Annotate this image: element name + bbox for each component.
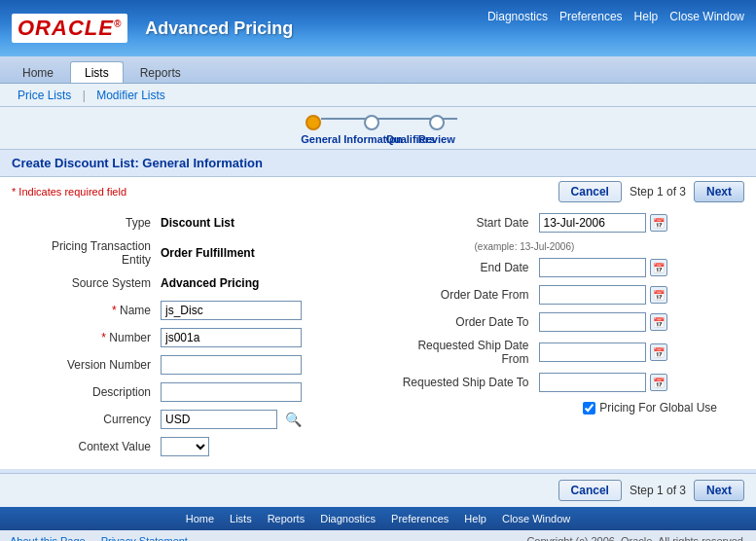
name-label: Name bbox=[19, 304, 161, 317]
cancel-button-bottom[interactable]: Cancel bbox=[558, 480, 622, 501]
top-action-bar: Cancel Step 1 of 3 Next bbox=[558, 181, 744, 202]
form-left: Type Discount List Pricing Transaction E… bbox=[0, 212, 378, 463]
currency-search-icon[interactable]: 🔍 bbox=[283, 410, 303, 429]
pricing-entity-label: Pricing Transaction Entity bbox=[19, 239, 161, 267]
req-ship-to-label: Requested Ship Date To bbox=[398, 376, 539, 389]
end-date-cal-icon[interactable]: 📅 bbox=[650, 259, 667, 276]
next-button-top[interactable]: Next bbox=[694, 181, 744, 202]
oracle-logo: ORACLE® bbox=[12, 14, 127, 43]
wizard-step-3: Review bbox=[418, 115, 455, 145]
order-date-to-row: Order Date To 📅 bbox=[398, 311, 738, 333]
pricing-global-row: Pricing For Global Use bbox=[398, 401, 738, 415]
order-date-to-cal-icon[interactable]: 📅 bbox=[650, 313, 667, 331]
req-ship-from-row: Requested Ship Date From 📅 bbox=[398, 339, 738, 366]
step-text-top: Step 1 of 3 bbox=[630, 185, 686, 198]
sub-nav: Price Lists | Modifier Lists bbox=[0, 84, 756, 107]
start-date-row: Start Date 📅 bbox=[398, 212, 738, 234]
version-row: Version Number bbox=[19, 354, 359, 376]
number-input[interactable] bbox=[161, 328, 302, 347]
about-page-link[interactable]: About this Page bbox=[10, 535, 86, 541]
tab-reports[interactable]: Reports bbox=[126, 61, 196, 83]
footer-home-link[interactable]: Home bbox=[186, 513, 214, 524]
privacy-statement-link[interactable]: Privacy Statement bbox=[101, 535, 188, 541]
help-link[interactable]: Help bbox=[634, 10, 659, 23]
start-date-cal-icon[interactable]: 📅 bbox=[650, 214, 667, 232]
footer-diagnostics-link[interactable]: Diagnostics bbox=[320, 513, 376, 524]
footer-preferences-link[interactable]: Preferences bbox=[391, 513, 449, 524]
tab-lists[interactable]: Lists bbox=[70, 61, 124, 83]
end-date-row: End Date 📅 bbox=[398, 257, 738, 278]
context-row: Context Value bbox=[19, 436, 359, 457]
req-ship-from-cal-icon[interactable]: 📅 bbox=[650, 343, 667, 361]
wizard-circle-2 bbox=[364, 115, 379, 130]
end-date-label: End Date bbox=[398, 261, 539, 274]
currency-input[interactable] bbox=[161, 410, 277, 429]
version-input[interactable] bbox=[161, 355, 302, 375]
order-date-from-input[interactable] bbox=[539, 285, 646, 305]
pricing-global-checkbox[interactable] bbox=[583, 402, 595, 415]
step-text-bottom: Step 1 of 3 bbox=[630, 484, 686, 497]
next-button-bottom[interactable]: Next bbox=[694, 480, 744, 501]
order-date-from-label: Order Date From bbox=[398, 288, 539, 302]
wizard-circle-1 bbox=[306, 115, 321, 130]
wizard-circle-3 bbox=[429, 115, 445, 130]
order-date-to-label: Order Date To bbox=[398, 315, 539, 329]
date-example: (example: 13-Jul-2006) bbox=[475, 241, 575, 252]
sub-nav-separator: | bbox=[79, 89, 89, 102]
tab-home[interactable]: Home bbox=[8, 61, 68, 83]
footer-lists-link[interactable]: Lists bbox=[230, 513, 252, 524]
form-right: Start Date 📅 (example: 13-Jul-2006) End … bbox=[378, 212, 757, 463]
type-row: Type Discount List bbox=[19, 212, 359, 234]
currency-label: Currency bbox=[19, 413, 161, 426]
currency-row: Currency 🔍 bbox=[19, 409, 359, 430]
order-date-to-input[interactable] bbox=[539, 312, 646, 332]
source-system-label: Source System bbox=[19, 276, 161, 290]
bottom-action-bar: Cancel Step 1 of 3 Next bbox=[0, 473, 756, 507]
sub-nav-price-lists[interactable]: Price Lists bbox=[10, 89, 79, 102]
preferences-link[interactable]: Preferences bbox=[559, 10, 623, 23]
pricing-entity-row: Pricing Transaction Entity Order Fulfill… bbox=[19, 239, 359, 267]
context-select[interactable] bbox=[161, 437, 209, 456]
start-date-input[interactable] bbox=[539, 213, 646, 233]
header: ORACLE® Advanced Pricing Diagnostics Pre… bbox=[0, 0, 756, 56]
footer-reports-link[interactable]: Reports bbox=[268, 513, 306, 524]
wizard-steps: General Information Qualifiers Review bbox=[301, 115, 454, 145]
start-date-label: Start Date bbox=[398, 216, 539, 230]
footer-help-link[interactable]: Help bbox=[464, 513, 486, 524]
number-row: Number bbox=[19, 327, 359, 348]
main-content: Create Discount List: General Informatio… bbox=[0, 150, 756, 469]
tab-bar: Home Lists Reports bbox=[0, 56, 756, 84]
app-title: Advanced Pricing bbox=[145, 18, 293, 39]
description-row: Description bbox=[19, 381, 359, 403]
req-ship-to-row: Requested Ship Date To 📅 bbox=[398, 372, 738, 393]
req-ship-from-input[interactable] bbox=[539, 343, 646, 362]
sub-nav-modifier-lists[interactable]: Modifier Lists bbox=[89, 89, 173, 102]
source-system-row: Source System Advanced Pricing bbox=[19, 272, 359, 294]
cancel-button-top[interactable]: Cancel bbox=[558, 181, 622, 202]
pricing-entity-value: Order Fulfillment bbox=[161, 246, 255, 260]
section-title: Create Discount List: General Informatio… bbox=[0, 150, 756, 177]
diagnostics-link[interactable]: Diagnostics bbox=[487, 10, 548, 23]
oracle-wordmark: ORACLE® bbox=[12, 14, 127, 43]
description-label: Description bbox=[19, 385, 161, 399]
footer-close-window-link[interactable]: Close Window bbox=[502, 513, 570, 524]
form-area: Type Discount List Pricing Transaction E… bbox=[0, 206, 756, 469]
close-window-link[interactable]: Close Window bbox=[669, 10, 744, 23]
source-system-value: Advanced Pricing bbox=[161, 276, 259, 290]
description-input[interactable] bbox=[161, 382, 302, 402]
wizard-container: General Information Qualifiers Review bbox=[0, 107, 756, 150]
req-ship-to-input[interactable] bbox=[539, 373, 646, 392]
context-label: Context Value bbox=[19, 440, 161, 453]
copyright-text: Copyright (c) 2006, Oracle. All rights r… bbox=[526, 535, 746, 541]
required-note: * Indicates required field bbox=[12, 186, 126, 198]
end-date-input[interactable] bbox=[539, 258, 646, 277]
order-date-from-cal-icon[interactable]: 📅 bbox=[650, 286, 667, 304]
name-row: Name bbox=[19, 300, 359, 321]
header-nav: Diagnostics Preferences Help Close Windo… bbox=[487, 10, 744, 23]
footer-nav: Home Lists Reports Diagnostics Preferenc… bbox=[0, 507, 756, 530]
req-ship-from-label: Requested Ship Date From bbox=[398, 339, 539, 366]
type-label: Type bbox=[19, 216, 161, 230]
number-label: Number bbox=[19, 331, 161, 344]
name-input[interactable] bbox=[161, 301, 302, 320]
req-ship-to-cal-icon[interactable]: 📅 bbox=[650, 374, 667, 391]
